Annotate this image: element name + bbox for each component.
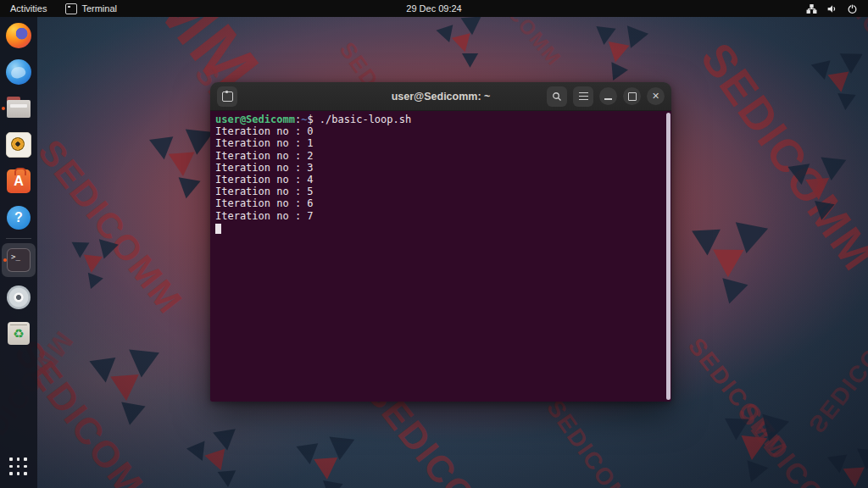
running-indicator <box>3 258 7 262</box>
hamburger-menu-icon <box>579 92 588 101</box>
dock-item-help[interactable]: ? <box>0 199 37 236</box>
terminal-icon: >_ <box>7 248 31 272</box>
dock-item-files[interactable] <box>0 90 37 126</box>
volume-icon <box>826 3 837 14</box>
close-button[interactable]: ✕ <box>647 87 665 105</box>
search-icon <box>552 92 562 102</box>
menu-button[interactable] <box>573 86 593 107</box>
triangle-icon <box>839 53 862 74</box>
triangle-icon <box>314 458 339 480</box>
triangle-icon <box>94 239 119 262</box>
terminal-app-icon <box>65 3 77 14</box>
terminal-output-line: Iteration no : 6 <box>215 197 666 209</box>
top-bar: Activities Terminal 29 Dec 09:24 <box>0 0 868 17</box>
terminal-window: user@Sedicomm: ~ ✕ user@Sedicomm:~$ ./ba… <box>210 82 671 402</box>
dock-item-ubuntu-software[interactable]: A <box>0 163 37 199</box>
triangle-icon <box>175 177 201 200</box>
clock: 29 Dec 09:24 <box>0 3 868 14</box>
triangle-icon <box>462 53 478 68</box>
running-indicator <box>2 107 5 110</box>
rhythmbox-icon <box>6 132 31 158</box>
clock-label[interactable]: 29 Dec 09:24 <box>406 3 461 14</box>
terminal-scrollbar[interactable] <box>666 113 670 400</box>
terminal-output: Iteration no : 0Iteration no : 1Iteratio… <box>215 125 666 222</box>
triangle-icon <box>739 435 768 462</box>
triangle-icon <box>716 278 748 307</box>
terminal-prompt-line: user@Sedicomm:~$ ./basic-loop.sh <box>215 114 666 125</box>
watermark-text: SEDICOMM <box>30 132 191 322</box>
triangle-icon <box>149 136 176 161</box>
triangle-icon <box>692 230 721 257</box>
prompt-command: ./basic-loop.sh <box>314 114 412 125</box>
triangle-icon <box>741 460 769 486</box>
search-button[interactable] <box>547 86 567 107</box>
minimize-icon <box>604 98 612 100</box>
triangle-icon <box>437 25 458 45</box>
help-icon: ? <box>7 206 31 230</box>
trash-icon: ♻ <box>8 322 30 345</box>
dock-item-trash[interactable]: ♻ <box>0 315 37 352</box>
terminal-output-line: Iteration no : 0 <box>215 125 666 137</box>
triangle-icon <box>297 443 321 465</box>
triangle-icon <box>169 152 197 178</box>
power-icon <box>847 3 858 14</box>
triangle-icon <box>452 33 475 54</box>
triangle-icon <box>788 164 813 186</box>
watermark-text: SEDICOMM <box>541 395 646 488</box>
dock-item-thunderbird[interactable] <box>0 53 37 90</box>
triangle-icon <box>594 26 616 46</box>
triangle-icon <box>204 449 231 474</box>
triangle-icon <box>461 17 482 36</box>
prompt-user-host: user@Sedicomm <box>215 114 295 125</box>
minimize-button[interactable] <box>599 87 617 105</box>
triangle-icon <box>837 93 856 111</box>
new-tab-button[interactable] <box>217 86 237 107</box>
triangle-icon <box>843 468 866 488</box>
dock-item-rhythmbox[interactable] <box>0 126 37 163</box>
network-icon <box>806 3 817 14</box>
dock-separator <box>6 238 31 239</box>
triangle-icon <box>620 25 648 53</box>
triangle-icon <box>110 374 141 402</box>
activities-button[interactable]: Activities <box>0 0 57 17</box>
ubuntu-software-icon: A <box>7 169 31 193</box>
terminal-output-line: Iteration no : 1 <box>215 137 666 149</box>
triangle-icon <box>83 273 103 291</box>
dock-item-firefox[interactable] <box>0 17 37 53</box>
triangle-icon <box>183 130 214 157</box>
triangle-icon <box>71 242 89 258</box>
triangle-icon <box>186 441 212 464</box>
triangle-icon <box>126 350 159 380</box>
files-icon <box>7 99 31 118</box>
dock-item-disc[interactable] <box>0 279 37 315</box>
triangle-icon <box>730 222 768 257</box>
watermark-text: SEDICOMM <box>691 33 868 280</box>
firefox-icon <box>6 23 31 48</box>
triangle-icon <box>855 448 868 470</box>
triangle-icon <box>604 62 628 84</box>
dock: A ? >_ ♻ <box>0 17 37 488</box>
terminal-output-line: Iteration no : 5 <box>215 186 666 197</box>
dock-item-terminal[interactable]: >_ <box>2 243 36 277</box>
triangle-icon <box>811 60 834 81</box>
watermark-text: SEDICOMM <box>731 396 863 488</box>
triangle-icon <box>327 437 355 462</box>
watermark-text: SEDICOMM <box>682 333 793 463</box>
terminal-titlebar[interactable]: user@Sedicomm: ~ ✕ <box>210 82 671 111</box>
triangle-icon <box>605 42 630 64</box>
triangle-icon <box>811 201 834 222</box>
triangle-icon <box>89 358 119 385</box>
focused-app-label: Terminal <box>81 3 117 14</box>
focused-app-menu[interactable]: Terminal <box>57 0 125 17</box>
terminal-output-line: Iteration no : 2 <box>215 150 666 162</box>
show-applications-button[interactable] <box>9 458 28 476</box>
watermark-text: SEDICOMM <box>803 308 868 438</box>
triangle-icon <box>218 470 237 488</box>
triangle-icon <box>724 419 748 441</box>
triangle-icon <box>320 480 342 488</box>
maximize-button[interactable] <box>623 87 641 105</box>
terminal-cursor <box>215 224 221 234</box>
terminal-content[interactable]: user@Sedicomm:~$ ./basic-loop.sh Iterati… <box>210 111 671 402</box>
close-icon: ✕ <box>652 92 659 101</box>
system-status-area[interactable] <box>796 0 868 17</box>
